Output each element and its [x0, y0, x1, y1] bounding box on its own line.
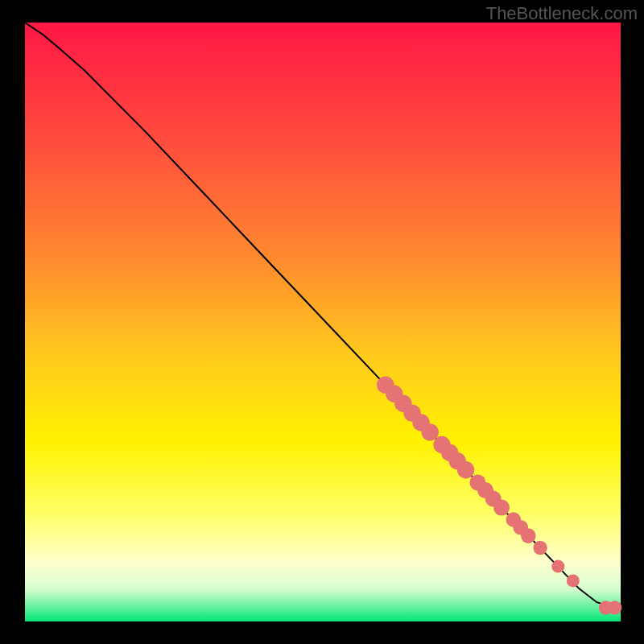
data-marker: [608, 601, 621, 614]
data-marker: [521, 528, 536, 543]
data-marker: [533, 541, 547, 555]
data-marker: [567, 574, 580, 587]
watermark-text: TheBottleneck.com: [486, 3, 638, 24]
data-marker: [457, 461, 474, 478]
data-marker: [422, 423, 439, 440]
data-marker: [551, 560, 564, 573]
data-marker: [493, 500, 510, 516]
chart-stage: TheBottleneck.com: [0, 0, 644, 644]
bottleneck-chart: [0, 0, 644, 644]
